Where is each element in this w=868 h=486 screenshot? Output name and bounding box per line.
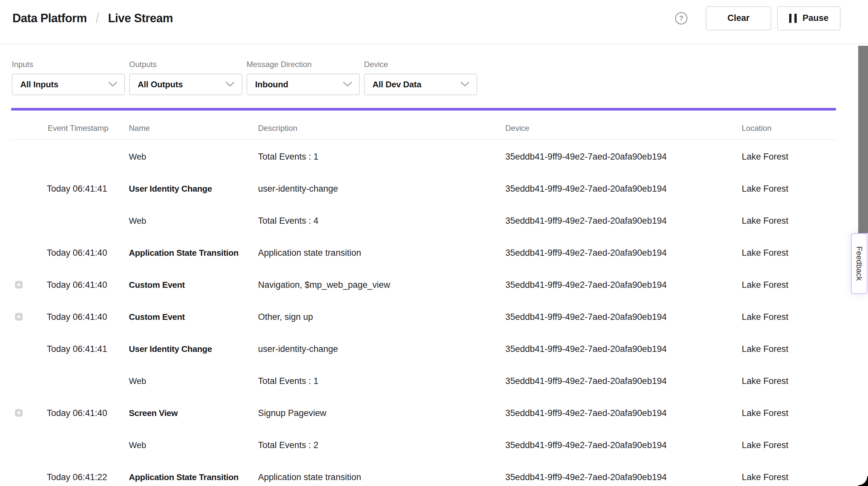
message-direction-select-value: Inbound bbox=[255, 80, 288, 90]
help-glyph: ? bbox=[679, 14, 683, 23]
outputs-filter-label: Outputs bbox=[129, 60, 242, 69]
cell-device: 35eddb41-9ff9-49e2-7aed-20afa90eb194 bbox=[505, 333, 666, 365]
expand-row-button[interactable] bbox=[15, 281, 23, 288]
outputs-select-value: All Outputs bbox=[138, 80, 183, 90]
cell-device: 35eddb41-9ff9-49e2-7aed-20afa90eb194 bbox=[505, 301, 666, 333]
table-row[interactable]: Web Total Events : 1 35eddb41-9ff9-49e2-… bbox=[11, 141, 836, 173]
pause-icon bbox=[789, 14, 797, 23]
window-corner bbox=[858, 476, 868, 486]
table-row[interactable]: Today 06:41:41 User Identity Change user… bbox=[11, 333, 836, 365]
cell-device: 35eddb41-9ff9-49e2-7aed-20afa90eb194 bbox=[505, 397, 666, 429]
cell-event-timestamp: Today 06:41:40 bbox=[47, 237, 107, 269]
chevron-down-icon bbox=[226, 82, 235, 87]
cell-event-timestamp: Today 06:41:41 bbox=[47, 333, 107, 365]
cell-description: Application state transition bbox=[258, 237, 361, 269]
breadcrumb-live-stream: Live Stream bbox=[108, 11, 173, 25]
cell-description: Total Events : 1 bbox=[258, 141, 318, 173]
device-select[interactable]: All Dev Data bbox=[364, 73, 477, 95]
inputs-filter-label: Inputs bbox=[12, 60, 125, 69]
cell-location: Lake Forest bbox=[742, 269, 788, 301]
expand-row-button[interactable] bbox=[15, 409, 23, 417]
cell-location: Lake Forest bbox=[742, 397, 788, 429]
cell-location: Lake Forest bbox=[742, 301, 788, 333]
table-row[interactable]: Today 06:41:40 Screen View Signup Pagevi… bbox=[11, 397, 836, 429]
cell-location: Lake Forest bbox=[742, 237, 788, 269]
feedback-tab-label: Feedback bbox=[855, 246, 864, 281]
cell-name: Application State Transition bbox=[129, 461, 239, 486]
cell-device: 35eddb41-9ff9-49e2-7aed-20afa90eb194 bbox=[505, 429, 666, 461]
feedback-tab[interactable]: Feedback bbox=[851, 233, 867, 294]
cell-device: 35eddb41-9ff9-49e2-7aed-20afa90eb194 bbox=[505, 461, 666, 486]
cell-description: Signup Pageview bbox=[258, 397, 327, 429]
pause-button-label: Pause bbox=[803, 13, 829, 23]
cell-name: Web bbox=[129, 205, 146, 237]
table-row[interactable]: Web Total Events : 4 35eddb41-9ff9-49e2-… bbox=[11, 205, 836, 237]
cell-name: User Identity Change bbox=[129, 173, 212, 205]
cell-name: Web bbox=[129, 365, 146, 397]
cell-event-timestamp: Today 06:41:22 bbox=[47, 461, 107, 486]
filters-bar: Inputs All Inputs Outputs All Outputs Me… bbox=[12, 60, 477, 95]
table-row[interactable]: Today 06:41:41 User Identity Change user… bbox=[11, 173, 836, 205]
filter-device: Device All Dev Data bbox=[364, 60, 477, 95]
column-header-location: Location bbox=[742, 124, 772, 133]
cell-location: Lake Forest bbox=[742, 333, 788, 365]
pause-button[interactable]: Pause bbox=[777, 6, 840, 30]
table-row[interactable]: Web Total Events : 1 35eddb41-9ff9-49e2-… bbox=[11, 365, 836, 397]
inputs-select[interactable]: All Inputs bbox=[12, 73, 125, 95]
cell-device: 35eddb41-9ff9-49e2-7aed-20afa90eb194 bbox=[505, 365, 666, 397]
cell-location: Lake Forest bbox=[742, 173, 788, 205]
cell-description: Navigation, $mp_web_page_view bbox=[258, 269, 390, 301]
cell-name: Application State Transition bbox=[129, 237, 239, 269]
cell-description: Total Events : 4 bbox=[258, 205, 318, 237]
cell-description: Application state transition bbox=[258, 461, 361, 486]
vertical-scrollbar[interactable] bbox=[858, 46, 868, 233]
table-body: Web Total Events : 1 35eddb41-9ff9-49e2-… bbox=[11, 140, 836, 486]
cell-name: Web bbox=[129, 141, 146, 173]
clear-button[interactable]: Clear bbox=[706, 6, 771, 30]
table-row[interactable]: Web Total Events : 2 35eddb41-9ff9-49e2-… bbox=[11, 429, 836, 461]
device-filter-label: Device bbox=[364, 60, 477, 69]
breadcrumb-data-platform[interactable]: Data Platform bbox=[12, 11, 87, 25]
table-row[interactable]: Today 06:41:40 Application State Transit… bbox=[11, 237, 836, 269]
cell-event-timestamp: Today 06:41:40 bbox=[47, 301, 107, 333]
device-select-value: All Dev Data bbox=[373, 80, 421, 90]
cell-name: Custom Event bbox=[129, 269, 185, 301]
cell-description: user-identity-change bbox=[258, 173, 338, 205]
cell-location: Lake Forest bbox=[742, 429, 788, 461]
cell-event-timestamp: Today 06:41:40 bbox=[47, 269, 107, 301]
outputs-select[interactable]: All Outputs bbox=[129, 73, 242, 95]
cell-name: Custom Event bbox=[129, 301, 185, 333]
cell-device: 35eddb41-9ff9-49e2-7aed-20afa90eb194 bbox=[505, 205, 666, 237]
cell-description: user-identity-change bbox=[258, 333, 338, 365]
filter-inputs: Inputs All Inputs bbox=[12, 60, 125, 95]
cell-location: Lake Forest bbox=[742, 205, 788, 237]
table-row[interactable]: Today 06:41:40 Custom Event Navigation, … bbox=[11, 269, 836, 301]
cell-device: 35eddb41-9ff9-49e2-7aed-20afa90eb194 bbox=[505, 141, 666, 173]
breadcrumb: Data Platform / Live Stream bbox=[12, 11, 173, 25]
accent-divider bbox=[11, 108, 836, 111]
column-header-event-timestamp: Event Timestamp bbox=[48, 124, 108, 133]
column-header-description: Description bbox=[258, 124, 297, 133]
help-icon[interactable]: ? bbox=[675, 12, 687, 25]
inputs-select-value: All Inputs bbox=[20, 80, 58, 90]
cell-location: Lake Forest bbox=[742, 365, 788, 397]
table-row[interactable]: Today 06:41:22 Application State Transit… bbox=[11, 461, 836, 486]
message-direction-filter-label: Message Direction bbox=[247, 60, 360, 69]
filter-outputs: Outputs All Outputs bbox=[129, 60, 242, 95]
message-direction-select[interactable]: Inbound bbox=[247, 73, 360, 95]
table-row[interactable]: Today 06:41:40 Custom Event Other, sign … bbox=[11, 301, 836, 333]
cell-device: 35eddb41-9ff9-49e2-7aed-20afa90eb194 bbox=[505, 173, 666, 205]
expand-row-button[interactable] bbox=[15, 313, 23, 321]
page-header: Data Platform / Live Stream ? Clear Paus… bbox=[0, 0, 868, 44]
chevron-down-icon bbox=[461, 82, 469, 87]
header-actions: ? Clear Pause bbox=[675, 6, 840, 30]
breadcrumb-separator-icon: / bbox=[96, 10, 99, 26]
cell-description: Total Events : 2 bbox=[258, 429, 318, 461]
cell-event-timestamp: Today 06:41:41 bbox=[47, 173, 107, 205]
cell-location: Lake Forest bbox=[742, 461, 788, 486]
cell-description: Total Events : 1 bbox=[258, 365, 318, 397]
cell-location: Lake Forest bbox=[742, 141, 788, 173]
cell-device: 35eddb41-9ff9-49e2-7aed-20afa90eb194 bbox=[505, 237, 666, 269]
cell-name: Screen View bbox=[129, 397, 178, 429]
chevron-down-icon bbox=[108, 82, 117, 87]
